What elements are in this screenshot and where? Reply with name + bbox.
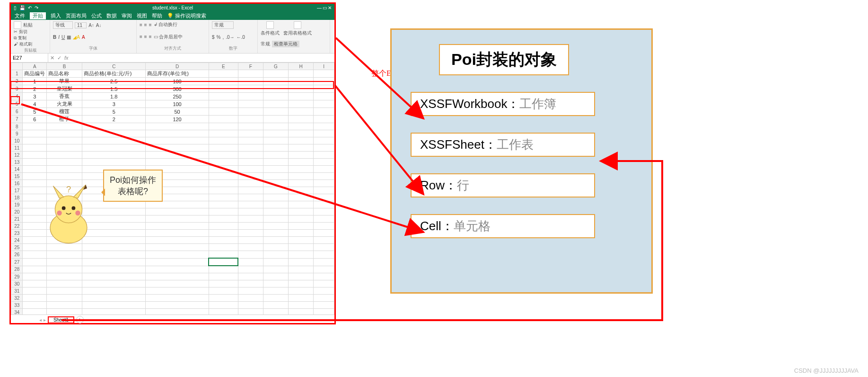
callout-line1: Poi如何操作 [110,174,156,186]
panel-title: Poi封装的对象 [439,44,569,75]
table-row: 31 [11,287,334,295]
font-family-select[interactable]: 等线 [53,21,73,29]
align-right-icon[interactable]: ≡ [149,34,152,39]
fx-icon[interactable]: fx [64,55,69,61]
italic-button[interactable]: I [58,35,60,40]
poi-item-sheet: XSSFSheet：工作表 [411,133,595,157]
brush-button[interactable]: 🖌 格式刷 [14,41,32,47]
col-header[interactable]: F [238,63,263,70]
copy-button[interactable]: ⧉ 复制 [14,35,26,41]
cell[interactable]: 2 [23,85,47,93]
menu-help[interactable]: 帮助 [152,12,162,19]
underline-button[interactable]: U [61,35,65,40]
cell[interactable]: 100 [146,78,209,85]
col-header[interactable]: B [47,63,82,70]
col-header[interactable]: D [146,63,209,70]
svg-point-1 [55,196,82,223]
cell[interactable]: 商品价格(单位:元/斤) [82,70,146,78]
cell[interactable]: 香蕉 [47,93,82,100]
cell[interactable]: 1.5 [82,85,146,93]
border-icon[interactable]: ▦ [67,35,71,40]
cond-format-button[interactable]: 条件格式 [261,21,280,36]
col-header[interactable]: E [209,63,238,70]
paste-icon[interactable] [14,21,21,29]
cell[interactable]: 2.5 [82,78,146,85]
cell[interactable]: 火龙果 [47,100,82,108]
menu-review[interactable]: 审阅 [122,12,132,19]
tell-me[interactable]: 💡 操作说明搜索 [167,12,206,19]
inc-decimal-icon[interactable]: .0→ [226,35,234,40]
increase-font-icon[interactable]: A↑ [88,23,94,28]
cell[interactable]: 4 [23,100,47,108]
cell[interactable]: 橙子 [47,116,82,123]
menu-insert[interactable]: 插入 [51,12,61,19]
svg-point-3 [72,206,76,210]
menu-view[interactable]: 视图 [137,12,147,19]
font-size-select[interactable]: 11 [75,22,87,28]
col-header[interactable]: H [289,63,314,70]
menu-home[interactable]: 开始 [30,12,46,19]
sheet-tab[interactable]: Sheet1 [48,316,74,323]
speech-callout: Poi如何操作 表格呢? [103,170,163,202]
cell[interactable]: 苹果 [47,78,82,85]
align-mid-icon[interactable]: ≡ [144,22,147,27]
fill-color-icon[interactable]: ◢A [73,35,80,40]
poi-item-workbook: XSSFWorkbook：工作簿 [411,92,595,116]
poi-item-cell: Cell：单元格 [411,214,595,238]
cell[interactable]: 商品编号 [23,70,47,78]
align-top-icon[interactable]: ≡ [140,22,142,27]
check-cell-button[interactable]: 检查单元格 [272,41,299,47]
table-format-button[interactable]: 套用表格格式 [283,21,312,36]
cell[interactable]: 250 [146,93,209,100]
align-left-icon[interactable]: ≡ [140,34,142,39]
cell[interactable]: 商品库存(单位:吨) [146,70,209,78]
col-header[interactable]: I [314,63,334,70]
col-header[interactable]: G [263,63,288,70]
merge-button[interactable]: ▭ 合并后居中 [154,34,183,40]
cell[interactable]: 商品名称 [47,70,82,78]
menu-file[interactable]: 文件 [15,12,25,19]
name-box[interactable]: E27 [11,54,48,62]
poi-objects-panel: Poi封装的对象 XSSFWorkbook：工作簿 XSSFSheet：工作表 … [390,28,653,294]
cell[interactable]: 100 [146,100,209,108]
cell[interactable]: 2 [82,116,146,123]
cell[interactable]: 1 [23,78,47,85]
dec-decimal-icon[interactable]: ←.0 [237,35,245,40]
cell[interactable]: 120 [146,116,209,123]
cell[interactable]: 6 [23,116,47,123]
cell[interactable]: 3 [23,93,47,100]
font-group-label: 字体 [53,45,133,52]
tab-nav-first-icon[interactable]: ◂ [39,317,42,323]
decrease-font-icon[interactable]: A↓ [96,23,102,28]
cell[interactable]: 5 [82,108,146,116]
col-header[interactable]: C [82,63,146,70]
table-row: 9 [11,130,334,137]
cancel-formula-icon[interactable]: ✕ [50,55,54,61]
cell[interactable]: 300 [146,85,209,93]
table-row: 13 [11,159,334,166]
accept-formula-icon[interactable]: ✓ [57,55,61,61]
bold-button[interactable]: B [53,35,56,40]
cell[interactable]: 50 [146,108,209,116]
cell[interactable]: 榴莲 [47,108,82,116]
cut-button[interactable]: ✂ 剪切 [14,29,27,35]
font-color-icon[interactable]: A [82,35,85,40]
table-row: 76橙子2120 [11,116,334,123]
cell[interactable]: 3 [82,100,146,108]
cell[interactable]: 皇冠梨 [47,85,82,93]
number-format-select[interactable]: 常规 [212,21,234,29]
menu-layout[interactable]: 页面布局 [66,12,87,19]
cell[interactable]: 1.8 [82,93,146,100]
wrap-text-button[interactable]: ↲ 自动换行 [154,21,178,28]
add-sheet-button[interactable]: + [76,316,84,323]
comma-icon[interactable]: , [222,35,224,40]
col-header[interactable]: A [23,63,47,70]
currency-icon[interactable]: $ [212,35,215,40]
menu-formula[interactable]: 公式 [91,12,102,19]
cell[interactable]: 5 [23,108,47,116]
align-center-icon[interactable]: ≡ [144,34,147,39]
percent-icon[interactable]: % [217,35,221,40]
menu-data[interactable]: 数据 [106,12,117,19]
align-bot-icon[interactable]: ≡ [149,22,152,27]
tab-nav-last-icon[interactable]: ▸ [44,317,46,323]
